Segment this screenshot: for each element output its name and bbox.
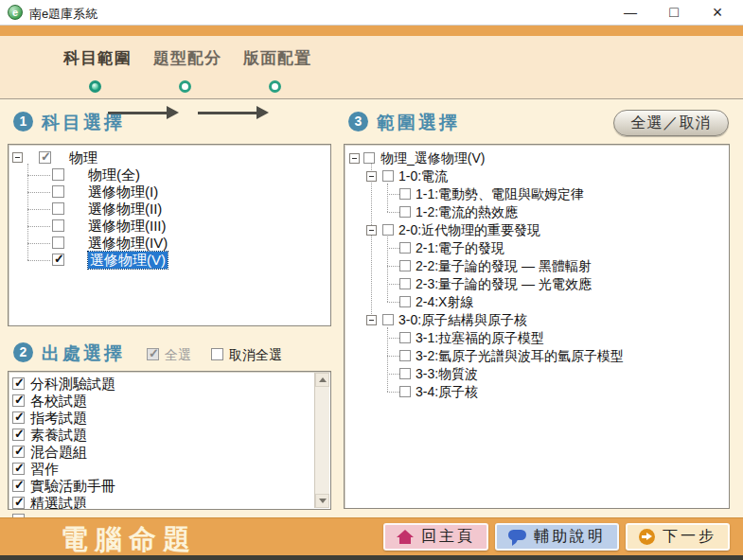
tree-node[interactable]: 3-0:原子結構與原子核 xyxy=(345,311,729,329)
deselect-all-checkbox[interactable] xyxy=(211,348,223,360)
step-item: 科目範圍 xyxy=(55,47,140,69)
footer-button[interactable]: 輔助說明 xyxy=(495,523,619,551)
checkbox[interactable] xyxy=(52,185,64,198)
tree-node-root[interactable]: 物理 xyxy=(9,149,330,166)
collapse-icon[interactable] xyxy=(12,152,23,163)
footer-button[interactable]: 下一步 xyxy=(626,523,730,551)
tree-node[interactable]: 選修物理(I) xyxy=(9,184,330,201)
checkbox[interactable] xyxy=(399,332,411,343)
select-all-label: 全選 xyxy=(165,347,191,364)
checkbox[interactable] xyxy=(39,151,51,164)
checkbox[interactable] xyxy=(399,242,411,254)
tree-node[interactable]: 物理_選修物理(V) xyxy=(345,149,729,167)
list-item-label: 精選試題 xyxy=(30,495,87,509)
list-item[interactable]: 實驗活動手冊 xyxy=(11,478,314,495)
list-item-label: 素養試題 xyxy=(30,427,87,444)
tree-node[interactable]: 3-4:原子核 xyxy=(345,383,729,401)
app-window: e 南e題庫系統 — □ × 科目範圍 題型配分 版面配置 1 科目選擇 xyxy=(0,0,743,560)
maximize-button[interactable]: □ xyxy=(652,0,696,26)
tree-node-label: 2-0:近代物理的重要發現 xyxy=(398,221,540,239)
checkbox[interactable] xyxy=(52,254,64,266)
tree-node[interactable]: 2-0:近代物理的重要發現 xyxy=(345,221,729,239)
checkbox[interactable] xyxy=(12,446,25,458)
checkbox[interactable] xyxy=(12,429,25,441)
checkbox[interactable] xyxy=(12,377,25,390)
checkbox[interactable] xyxy=(12,394,25,407)
checkbox[interactable] xyxy=(399,296,411,307)
section-2-badge: 2 xyxy=(13,342,33,362)
checkbox[interactable] xyxy=(399,188,411,200)
checkbox[interactable] xyxy=(52,202,64,215)
list-item[interactable]: 指考試題 xyxy=(11,410,314,427)
tree-node-label: 1-1:電動勢、電阻與歐姆定律 xyxy=(416,185,584,203)
list-item[interactable]: 習作 xyxy=(11,461,314,478)
checkbox[interactable] xyxy=(399,350,411,361)
list-item-label: 實驗活動手冊 xyxy=(30,478,115,495)
tree-node-label: 1-2:電流的熱效應 xyxy=(416,203,518,221)
list-item[interactable]: 精選試題 xyxy=(11,495,314,509)
checkbox[interactable] xyxy=(12,480,25,492)
tree-node[interactable]: 1-0:電流 xyxy=(345,167,729,185)
collapse-icon[interactable] xyxy=(366,225,377,236)
collapse-icon[interactable] xyxy=(366,171,377,182)
footer-button-label: 回主頁 xyxy=(421,527,475,547)
checkbox[interactable] xyxy=(52,168,64,181)
section-1-title: 科目選擇 xyxy=(42,111,125,135)
scrollbar[interactable] xyxy=(314,373,329,508)
next-arrow-icon xyxy=(639,529,655,545)
tree-node[interactable]: 3-3:物質波 xyxy=(345,365,729,383)
checkbox[interactable] xyxy=(12,463,25,475)
checkbox[interactable] xyxy=(52,236,64,249)
tree-node-label: 3-0:原子結構與原子核 xyxy=(398,311,527,329)
tree-node[interactable]: 2-2:量子論的發現 — 黑體輻射 xyxy=(345,257,729,275)
list-item[interactable]: 各校試題 xyxy=(11,393,314,410)
checkbox[interactable] xyxy=(12,497,25,509)
tree-node[interactable]: 選修物理(III) xyxy=(9,218,330,235)
tree-node[interactable]: 選修物理(V) xyxy=(9,252,330,269)
minimize-button[interactable]: — xyxy=(609,0,652,26)
collapse-icon[interactable] xyxy=(349,153,360,164)
home-icon xyxy=(397,530,414,544)
list-item-label: 習作 xyxy=(30,461,59,478)
tree-node-label: 3-3:物質波 xyxy=(416,365,478,383)
list-item-label: 各校試題 xyxy=(30,393,87,410)
step-circle-icon xyxy=(269,80,281,93)
checkbox[interactable] xyxy=(12,411,25,424)
tree-node[interactable]: 1-2:電流的熱效應 xyxy=(345,203,729,221)
tree-node[interactable]: 選修物理(IV) xyxy=(9,235,330,252)
checkbox[interactable] xyxy=(382,314,394,325)
list-item[interactable]: 混合題組 xyxy=(11,444,314,461)
checkbox[interactable] xyxy=(399,386,411,397)
tree-node[interactable]: 3-1:拉塞福的原子模型 xyxy=(345,329,729,347)
checkbox[interactable] xyxy=(382,170,394,182)
footer-button[interactable]: 回主頁 xyxy=(383,523,488,551)
tree-node[interactable]: 2-3:量子論的發現 — 光電效應 xyxy=(345,275,729,293)
tree-node[interactable]: 3-2:氫原子光譜與波耳的氫原子模型 xyxy=(345,347,729,365)
step-indicator: 科目範圍 題型配分 版面配置 xyxy=(0,36,743,99)
section-2-title: 出處選擇 xyxy=(42,341,125,366)
tree-node[interactable]: 1-1:電動勢、電阻與歐姆定律 xyxy=(345,185,729,203)
select-all-checkbox[interactable] xyxy=(147,348,159,360)
tree-node-label: 選修物理(IV) xyxy=(88,235,168,252)
tree-node[interactable]: 物理(全) xyxy=(9,166,330,184)
tree-node[interactable]: 2-4:X射線 xyxy=(345,293,729,311)
checkbox[interactable] xyxy=(399,278,411,289)
checkbox[interactable] xyxy=(399,260,411,271)
subject-tree: 物理 物理(全) 選修物理(I) 選修物理(II) 選修物理(III) 選修物理… xyxy=(8,144,331,326)
scroll-up-icon[interactable] xyxy=(315,373,329,387)
list-item[interactable]: 分科測驗試題 xyxy=(11,376,314,393)
checkbox[interactable] xyxy=(52,219,64,232)
range-tree: 物理_選修物理(V) 1-0:電流 1-1:電動勢、電阻與歐姆定律 1-2:電流… xyxy=(344,144,730,509)
checkbox[interactable] xyxy=(382,224,394,236)
scroll-down-icon[interactable] xyxy=(315,494,329,508)
list-item[interactable]: 素養試題 xyxy=(11,427,314,444)
list-item-label: 分科測驗試題 xyxy=(30,376,115,393)
checkbox[interactable] xyxy=(399,206,411,218)
tree-node[interactable]: 2-1:電子的發現 xyxy=(345,239,729,257)
collapse-icon[interactable] xyxy=(366,315,377,325)
checkbox[interactable] xyxy=(363,152,375,164)
select-all-toggle-button[interactable]: 全選／取消 xyxy=(613,110,729,136)
close-button[interactable]: × xyxy=(696,0,739,26)
checkbox[interactable] xyxy=(399,368,411,379)
tree-node[interactable]: 選修物理(II) xyxy=(9,201,330,218)
